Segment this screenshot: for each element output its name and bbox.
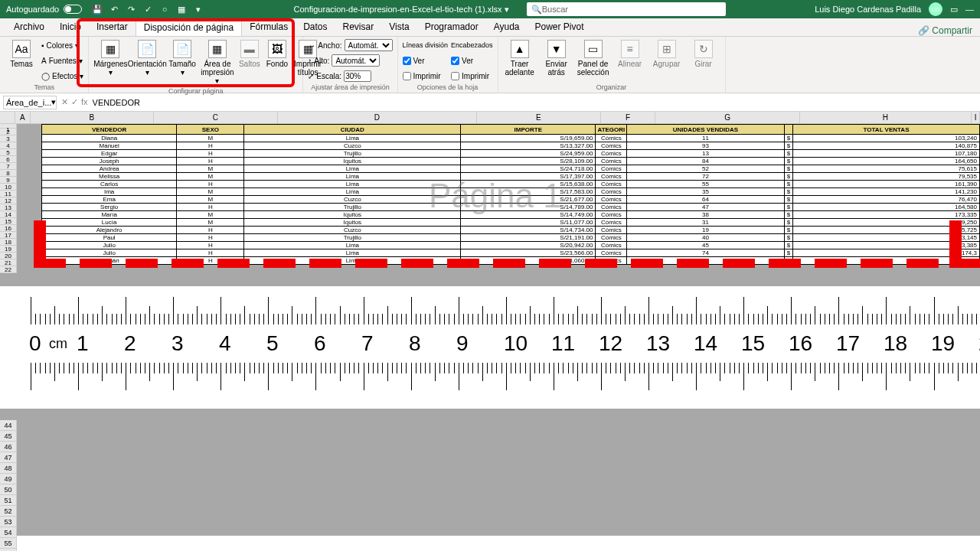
escala-input[interactable]	[344, 70, 371, 82]
tab-datos[interactable]: Datos	[296, 18, 335, 36]
row-header[interactable]: 19	[0, 246, 17, 253]
row-header[interactable]: 8	[0, 170, 17, 177]
qat-dropdown-icon[interactable]: ▾	[192, 3, 204, 15]
autosave-toggle[interactable]	[64, 5, 82, 14]
row-header[interactable]: 54	[0, 527, 17, 538]
row-header[interactable]: 18	[0, 239, 17, 246]
qat-icon-2[interactable]: ○	[158, 3, 171, 15]
row-header[interactable]: 9	[0, 177, 17, 184]
table-row[interactable]: AlejandroHCuzcoS/14,734.00Cómics19$125,7…	[42, 227, 980, 234]
row-header[interactable]: 44	[0, 420, 17, 431]
user-name[interactable]: Luis Diego Cardenas Padilla	[815, 5, 921, 14]
temas-button[interactable]: AaTemas	[5, 38, 38, 70]
search-box[interactable]: 🔍 Buscar	[527, 2, 726, 16]
save-icon[interactable]: 💾	[91, 3, 103, 15]
ver-encab-check[interactable]	[451, 57, 459, 65]
col-header-G[interactable]: G	[655, 112, 799, 124]
girar-button[interactable]: ↻Girar	[687, 38, 720, 70]
table-row[interactable]: EdgarHTrujilloS/24,959.00Cómics13$107,18…	[42, 150, 980, 158]
enter-icon[interactable]: ✓	[71, 97, 78, 107]
row-header[interactable]: 47	[0, 452, 17, 463]
table-row[interactable]: MaríaMIquitosS/14,749.00Cómics38$173,335	[42, 211, 980, 219]
tab-archivo[interactable]: Archivo	[6, 18, 52, 36]
row-header[interactable]: 2	[0, 129, 17, 135]
undo-icon[interactable]: ↶	[108, 3, 120, 15]
traer-button[interactable]: ▲Traer adelante	[503, 38, 537, 78]
formula-input[interactable]	[93, 98, 977, 107]
ver-lineas-check[interactable]	[403, 57, 411, 65]
row-header[interactable]: 45	[0, 431, 17, 442]
row-header[interactable]: 13	[0, 204, 17, 211]
row-header[interactable]: 12	[0, 197, 17, 204]
row-header[interactable]: 6	[0, 156, 17, 163]
col-header-B[interactable]: B	[31, 112, 155, 124]
row-header[interactable]: 52	[0, 506, 17, 517]
col-header-I[interactable]: I	[972, 112, 980, 124]
table-row[interactable]: DianaMLimaS/19,659.00Cómics11$103,240	[42, 135, 980, 142]
row-header[interactable]: 46	[0, 442, 17, 452]
col-header-D[interactable]: D	[278, 112, 477, 124]
row-header[interactable]: 15	[0, 218, 17, 225]
col-header-E[interactable]: E	[477, 112, 601, 124]
qat-icon-3[interactable]: ▦	[175, 3, 188, 15]
imprimir-encab-check[interactable]	[451, 72, 459, 80]
tab-ayuda[interactable]: Ayuda	[486, 18, 528, 36]
row-header[interactable]: 53	[0, 517, 17, 527]
data-table[interactable]: VENDEDORSEXOCIUDADIMPORTEATEGORIUNIDADES…	[41, 124, 980, 265]
table-row[interactable]: SergioHTrujilloS/14,789.00Cómics47$164,5…	[42, 204, 980, 211]
col-header-F[interactable]: F	[601, 112, 656, 124]
row-header[interactable]: 5	[0, 149, 17, 156]
tab-programador[interactable]: Programador	[417, 18, 486, 36]
col-header-A[interactable]: A	[15, 112, 31, 124]
row-header[interactable]: 20	[0, 253, 17, 259]
table-row[interactable]: EmaMCuzcoS/21,677.00Cómics64$76,470	[42, 196, 980, 204]
table-row[interactable]: JosephHIquitosS/28,109.00Cómics84$164,65…	[42, 158, 980, 165]
alinear-button[interactable]: ≡Alinear	[613, 38, 647, 70]
row-header[interactable]: 11	[0, 191, 17, 197]
row-header[interactable]: 49	[0, 474, 17, 484]
enviar-button[interactable]: ▼Enviar atrás	[540, 38, 573, 78]
fx-icon[interactable]: fx	[81, 97, 88, 107]
ancho-select[interactable]: Automát.	[345, 39, 393, 51]
row-header[interactable]: 17	[0, 232, 17, 239]
row-header[interactable]: 16	[0, 225, 17, 232]
ribbon-mode-icon[interactable]: ▭	[950, 5, 958, 15]
imprimir-lineas-check[interactable]	[403, 72, 411, 80]
name-box[interactable]: Área_de_i... ▾	[3, 96, 57, 109]
panel-button[interactable]: ▭Panel de selección	[577, 38, 610, 78]
agrupar-button[interactable]: ⊞Agrupar	[650, 38, 684, 70]
row-header[interactable]: 10	[0, 184, 17, 191]
table-row[interactable]: ManuelHCuzcoS/13,327.00Cómics93$140,875	[42, 142, 980, 150]
table-row[interactable]: JulioHLimaS/20,942.00Cómics45$93,385	[42, 242, 980, 249]
alto-select[interactable]: Automát.	[332, 54, 380, 67]
user-avatar[interactable]: LD	[929, 2, 942, 16]
col-header-C[interactable]: C	[154, 112, 278, 124]
table-row[interactable]: ImaMLimaS/17,583.00Cómics35$141,230	[42, 188, 980, 196]
row-header[interactable]: 22	[0, 266, 17, 273]
row-header[interactable]: 7	[0, 163, 17, 170]
row-header[interactable]: 48	[0, 463, 17, 474]
row-header[interactable]: 21	[0, 259, 17, 266]
table-row[interactable]: LucíaMIquitosS/11,077.00Cómics31$109,250	[42, 219, 980, 227]
table-row[interactable]: JulioHLimaS/23,566.00Cómics74$174,3	[42, 249, 980, 257]
row-header[interactable]: 55	[0, 538, 17, 549]
row-header[interactable]: 3	[0, 135, 17, 142]
redo-icon[interactable]: ↷	[125, 3, 137, 15]
row-header[interactable]: 50	[0, 484, 17, 495]
row-header[interactable]: 51	[0, 495, 17, 506]
table-row[interactable]: PaulHTrujilloS/21,191.00Cómics40$173,145	[42, 234, 980, 242]
table-row[interactable]: AndreaMLimaS/24,718.00Cómics52$75,615	[42, 165, 980, 173]
row-header[interactable]: 14	[0, 211, 17, 218]
select-all-corner[interactable]	[0, 112, 15, 124]
tab-power-pivot[interactable]: Power Pivot	[528, 18, 592, 36]
col-header-H[interactable]: H	[800, 112, 972, 124]
table-row[interactable]: MelissaMLimaS/17,397.00Cómics72$79,535	[42, 173, 980, 181]
tab-vista[interactable]: Vista	[381, 18, 416, 36]
tab-revisar[interactable]: Revisar	[335, 18, 382, 36]
share-button[interactable]: 🔗 Compartir	[918, 25, 980, 36]
table-row[interactable]: CarlosHLimaS/15,638.00Cómics55$161,390	[42, 181, 980, 188]
minimize-icon[interactable]: —	[965, 5, 974, 14]
cancel-icon[interactable]: ✕	[61, 97, 68, 107]
qat-icon-1[interactable]: ✓	[142, 3, 154, 15]
row-header[interactable]: 4	[0, 142, 17, 149]
